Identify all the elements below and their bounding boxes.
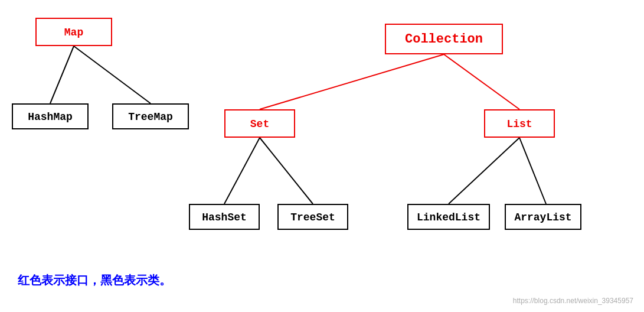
diagram: Map HashMap TreeMap Collection Set List … xyxy=(0,0,644,312)
node-linkedlist: LinkedList xyxy=(407,204,490,230)
node-hashmap: HashMap xyxy=(12,103,89,129)
svg-line-6 xyxy=(449,138,519,204)
connector-lines xyxy=(0,0,644,312)
svg-line-1 xyxy=(74,46,151,103)
node-set: Set xyxy=(224,109,295,138)
node-list: List xyxy=(484,109,555,138)
legend-text: 红色表示接口，黑色表示类。 xyxy=(18,272,171,288)
svg-line-4 xyxy=(224,138,260,204)
svg-line-3 xyxy=(444,54,519,109)
svg-line-2 xyxy=(260,54,444,109)
node-arraylist: ArrayList xyxy=(505,204,581,230)
svg-line-5 xyxy=(260,138,313,204)
svg-line-7 xyxy=(519,138,546,204)
svg-line-0 xyxy=(50,46,74,103)
node-treeset: TreeSet xyxy=(277,204,348,230)
node-hashset: HashSet xyxy=(189,204,260,230)
node-collection: Collection xyxy=(385,24,503,54)
node-map: Map xyxy=(35,18,112,46)
watermark: https://blog.csdn.net/weixin_39345957 xyxy=(513,297,633,305)
node-treemap: TreeMap xyxy=(112,103,189,129)
